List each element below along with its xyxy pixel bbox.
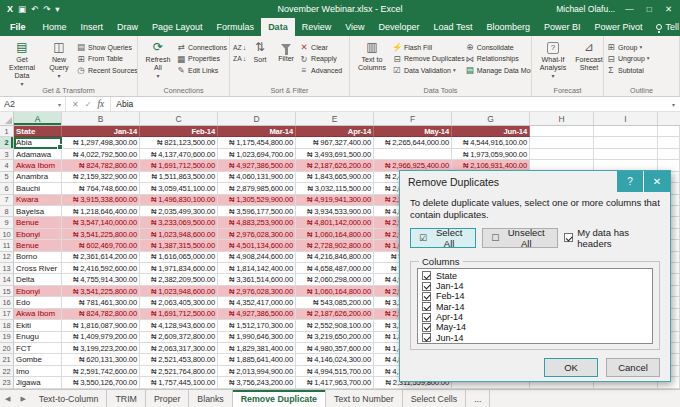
cell[interactable]: ₦ 1,060,164,800.00 [296,229,374,240]
cell[interactable]: ₦ 4,801,142,000.00 [296,217,374,228]
cell[interactable]: ₦ 1,691,712,500.00 [140,309,218,320]
cell[interactable]: ₦ 824,782,800.00 [62,160,140,171]
cell[interactable]: ₦ 2,159,322,900.00 [62,172,140,183]
select-all-corner[interactable] [0,112,14,125]
cell[interactable] [530,149,594,160]
connections-button[interactable]: ⇄Connections [176,43,227,52]
cell[interactable]: ₦ 543,085,200.00 [296,297,374,308]
cell[interactable]: ₦ 4,883,253,900.00 [218,217,296,228]
cell[interactable]: Bauchi [14,183,62,194]
sheet-tab-text-to-column[interactable]: Text-to-Column [31,390,108,407]
ungroup-button[interactable]: ⊟Ungroup▾ [606,55,650,64]
cell[interactable] [530,137,594,148]
cell[interactable]: ₦ 1,885,641,400.00 [218,354,296,365]
row-header-2[interactable]: 2 [0,137,14,148]
cell[interactable]: ₦ 2,879,985,600.00 [218,183,296,194]
cell[interactable]: ₦ 1,816,087,900.00 [62,320,140,331]
sheet-tab-trim[interactable]: TRIM [107,390,146,407]
cell[interactable]: ₦ 1,175,454,800.00 [218,137,296,148]
undo-icon[interactable]: ↶ [31,5,38,14]
my-data-has-headers-checkbox[interactable]: My data has headers [564,227,660,249]
cell[interactable]: ₦ 1,511,863,500.00 [140,172,218,183]
recent-sources-button[interactable]: ◷Recent Sources [76,66,138,75]
cell[interactable]: ₦ 620,131,300.00 [62,354,140,365]
cell[interactable] [658,126,680,137]
ribbon-tab-data[interactable]: Data [261,18,295,36]
column-checkbox-item[interactable]: Apr-14 [418,312,652,322]
cell[interactable]: ₦ 821,123,500.00 [140,137,218,148]
cell[interactable]: ₦ 3,361,514,600.00 [218,274,296,285]
columns-list[interactable]: StateJan-14Feb-14Mar-14Apr-14May-14Jun-1… [417,268,653,344]
cell[interactable]: ₦ 1,023,948,600.00 [140,286,218,297]
cell[interactable]: ₦ 2,382,209,500.00 [140,274,218,285]
cell[interactable] [594,149,658,160]
column-header-B[interactable]: B [62,112,140,125]
column-header-I[interactable]: I [594,112,658,125]
row-header-22[interactable]: 22 [0,366,14,377]
what-if-analysis-button[interactable]: ? What-If Analysis ▾ [534,39,572,81]
cell[interactable]: ₦ 1,060,164,800.00 [296,286,374,297]
formula-input[interactable]: Abia [111,97,667,111]
row-header-23[interactable]: 23 [0,377,14,388]
cell[interactable]: ₦ 1,843,665,900.00 [296,172,374,183]
cell[interactable]: Borno [14,252,62,263]
row-header-16[interactable]: 16 [0,297,14,308]
cell[interactable]: ₦ 3,756,243,200.00 [218,377,296,388]
row-header-15[interactable]: 15 [0,286,14,297]
refresh-all-button[interactable]: ⟳ Refresh All ▾ [140,39,176,81]
column-header-G[interactable]: G [452,112,530,125]
dialog-close-button[interactable]: ✕ [644,171,670,192]
text-to-columns-button[interactable]: ▥ Text to Columns [352,39,392,73]
row-header-17[interactable]: 17 [0,309,14,320]
column-header-A[interactable]: A [14,112,62,125]
cell[interactable]: Jigawa [14,377,62,388]
cell[interactable]: ₦ 1,814,142,400.00 [218,263,296,274]
cell[interactable]: ₦ 1,387,315,500.00 [140,240,218,251]
cell[interactable]: ₦ 3,934,533,900.00 [296,206,374,217]
cell[interactable]: ₦ 4,352,417,000.00 [218,297,296,308]
confirm-entry-icon[interactable]: ✓ [85,100,92,109]
cell[interactable] [658,137,680,148]
cell[interactable]: ₦ 1,218,646,400.00 [62,206,140,217]
column-checkbox-item[interactable]: Mar-14 [418,302,652,312]
restore-button[interactable]: □ [644,4,655,14]
flash-fill-button[interactable]: ⚡Flash Fill [392,43,465,52]
cell[interactable]: ₦ 3,032,115,500.00 [296,183,374,194]
consolidate-button[interactable]: ⊕Consolidate [465,43,532,52]
reapply-button[interactable]: ↻Reapply [299,55,342,64]
cell[interactable]: Anambra [14,172,62,183]
cell[interactable]: ₦ 4,544,916,100.00 [452,137,530,148]
qat-customize-icon[interactable]: ▾ [55,5,59,14]
row-header-8[interactable]: 8 [0,206,14,217]
cell[interactable]: ₦ 4,060,131,900.00 [218,172,296,183]
dialog-title-bar[interactable]: Remove Duplicates ? ✕ [400,171,670,192]
cell[interactable]: Feb-14 [140,126,218,137]
row-header-6[interactable]: 6 [0,183,14,194]
column-checkbox-item[interactable]: Feb-14 [418,291,652,301]
ribbon-tab-formulas[interactable]: Formulas [210,18,262,36]
ribbon-tab-load-test[interactable]: Load Test [427,18,480,36]
row-header-9[interactable]: 9 [0,217,14,228]
sheet-nav-right-icon[interactable]: ▶ [15,390,30,407]
filter-button[interactable]: Filter [273,39,299,64]
sheet-tab--[interactable]: ... [466,390,490,407]
user-name[interactable]: Michael Olafu... [556,4,615,14]
tell-me-box[interactable]: Tell me what you want to [650,18,680,36]
cell[interactable]: May-14 [374,126,452,137]
cell[interactable]: Bayelsa [14,206,62,217]
sheet-tab-select-cells[interactable]: Select Cells [403,390,466,407]
cell[interactable]: ₦ 781,461,300.00 [62,297,140,308]
cell[interactable]: ₦ 1,023,694,700.00 [218,149,296,160]
cell[interactable]: ₦ 3,219,650,200.00 [296,332,374,343]
sheet-tab-text-to-number[interactable]: Text to Number [326,390,403,407]
relationships-button[interactable]: ⋈Relationships [465,55,532,64]
cell[interactable]: ₦ 4,908,244,600.00 [218,252,296,263]
cell[interactable]: ₦ 1,829,381,400.00 [218,343,296,354]
ribbon-tab-power-pivot[interactable]: Power Pivot [587,18,649,36]
column-checkbox-item[interactable]: Jun-14 [418,333,652,343]
ribbon-tab-home[interactable]: Home [36,18,74,36]
cell[interactable]: ₦ 1,023,948,600.00 [140,229,218,240]
cell[interactable]: Imo [14,366,62,377]
cell[interactable]: ₦ 1,990,646,300.00 [218,332,296,343]
properties-button[interactable]: ▦Properties [176,55,227,64]
